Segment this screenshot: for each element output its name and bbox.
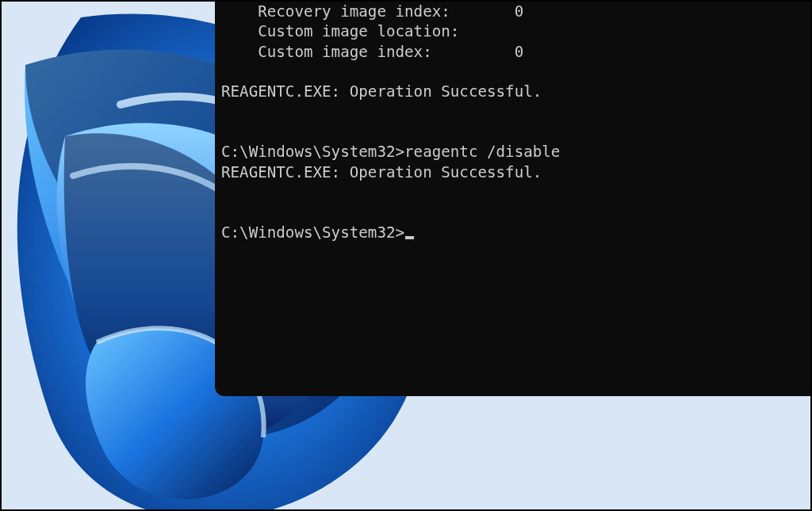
terminal-line: REAGENTC.EXE: Operation Successful. — [221, 82, 542, 101]
terminal-line: Custom image index: 0 — [221, 43, 523, 61]
cursor — [405, 236, 414, 239]
terminal-output[interactable]: Recovery image index: 0 Custom image loc… — [215, 2, 810, 247]
terminal-line: Custom image location: — [221, 22, 459, 40]
terminal-prompt[interactable]: C:\Windows\System32> — [221, 223, 404, 242]
terminal-line: C:\Windows\System32>reagentc /disable — [221, 143, 560, 161]
terminal-line: REAGENTC.EXE: Operation Successful. — [221, 163, 542, 181]
terminal-window[interactable]: Recovery image index: 0 Custom image loc… — [215, 2, 810, 396]
terminal-line: Recovery image index: 0 — [221, 2, 523, 21]
